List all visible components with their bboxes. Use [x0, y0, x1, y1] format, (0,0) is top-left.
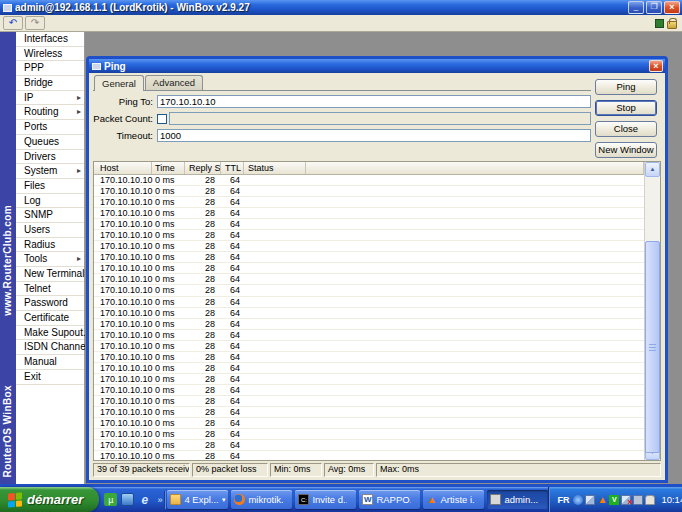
taskbar-button[interactable]: 4 Expl... ▾ — [167, 490, 228, 509]
table-row[interactable]: 170.10.10.10 0 ms 28 64 — [94, 407, 644, 418]
sidebar-item-label: New Terminal — [24, 268, 84, 279]
tab-advanced[interactable]: Advanced — [145, 75, 203, 90]
table-row[interactable]: 170.10.10.10 0 ms 28 64 — [94, 219, 644, 230]
sidebar-item[interactable]: Queues ▸ — [16, 135, 84, 150]
ping-to-input[interactable] — [157, 95, 591, 108]
sidebar-item[interactable]: SNMP ▸ — [16, 208, 84, 223]
antivirus-icon[interactable] — [609, 495, 619, 505]
ping-dialog-titlebar[interactable]: Ping × — [89, 59, 665, 73]
sidebar-item[interactable]: New Terminal ▸ — [16, 267, 84, 282]
scrollbar-track[interactable] — [645, 177, 660, 445]
minimize-button[interactable]: _ — [628, 1, 644, 14]
table-row[interactable]: 170.10.10.10 0 ms 28 64 — [94, 175, 644, 186]
network-offline-icon[interactable] — [621, 495, 631, 505]
sidebar-item[interactable]: Wireless ▸ — [16, 47, 84, 62]
scrollbar-thumb[interactable] — [645, 241, 660, 453]
column-header-ttl[interactable]: TTL — [221, 162, 244, 174]
table-row[interactable]: 170.10.10.10 0 ms 28 64 — [94, 363, 644, 374]
column-header-time[interactable]: Time — [152, 162, 185, 174]
taskbar-button[interactable]: mikrotik... ▾ — [231, 490, 292, 509]
table-row[interactable]: 170.10.10.10 0 ms 28 64 — [94, 440, 644, 451]
sidebar-item[interactable]: Telnet ▸ — [16, 282, 84, 297]
table-row[interactable]: 170.10.10.10 0 ms 28 64 — [94, 385, 644, 396]
usb-device-icon[interactable] — [633, 495, 643, 505]
table-row[interactable]: 170.10.10.10 0 ms 28 64 — [94, 341, 644, 352]
messenger-icon[interactable] — [121, 493, 134, 506]
table-row[interactable]: 170.10.10.10 0 ms 28 64 — [94, 374, 644, 385]
undo-button[interactable]: ↶ — [3, 16, 23, 30]
submenu-arrow-icon: ▸ — [77, 91, 81, 106]
sidebar-item[interactable]: Users ▸ — [16, 223, 84, 238]
table-row[interactable]: 170.10.10.10 0 ms 28 64 — [94, 285, 644, 296]
sidebar-item[interactable]: Ports ▸ — [16, 120, 84, 135]
table-row[interactable]: 170.10.10.10 0 ms 28 64 — [94, 263, 644, 274]
network-icon[interactable] — [585, 495, 595, 505]
sidebar-item[interactable]: Make Supout.rif ▸ — [16, 326, 84, 341]
vlc-icon[interactable] — [597, 495, 607, 505]
taskbar-button[interactable]: Invite d... ▾ — [295, 490, 356, 509]
table-row[interactable]: 170.10.10.10 0 ms 28 64 — [94, 197, 644, 208]
table-row[interactable]: 170.10.10.10 0 ms 28 64 — [94, 396, 644, 407]
sidebar-item[interactable]: Routing ▸ — [16, 105, 84, 120]
sidebar-item[interactable]: System ▸ — [16, 164, 84, 179]
table-row[interactable]: 170.10.10.10 0 ms 28 64 — [94, 208, 644, 219]
sidebar-item[interactable]: Manual ▸ — [16, 355, 84, 370]
table-row[interactable]: 170.10.10.10 0 ms 28 64 — [94, 308, 644, 319]
sidebar-item[interactable]: Drivers ▸ — [16, 150, 84, 165]
sidebar-item[interactable]: IP ▸ — [16, 91, 84, 106]
sidebar-item[interactable]: Certificate ▸ — [16, 311, 84, 326]
column-header-host[interactable]: Host — [94, 162, 152, 174]
packet-count-checkbox[interactable] — [157, 114, 167, 124]
stop-button[interactable]: Stop — [595, 100, 657, 116]
windows-update-icon[interactable] — [573, 495, 583, 505]
sidebar-item[interactable]: Password ▸ — [16, 296, 84, 311]
table-row[interactable]: 170.10.10.10 0 ms 28 64 — [94, 319, 644, 330]
input-device-icon[interactable] — [645, 495, 655, 505]
vertical-scrollbar[interactable]: ▲ ▼ — [644, 162, 660, 460]
table-row[interactable]: 170.10.10.10 0 ms 28 64 — [94, 252, 644, 263]
taskbar-clock[interactable]: 10:14 — [657, 494, 682, 505]
table-row[interactable]: 170.10.10.10 0 ms 28 64 — [94, 274, 644, 285]
tab-general[interactable]: General — [94, 75, 144, 91]
table-row[interactable]: 170.10.10.10 0 ms 28 64 — [94, 451, 644, 460]
column-header-status[interactable]: Status — [244, 162, 306, 174]
timeout-input[interactable] — [157, 129, 591, 142]
close-dialog-button[interactable]: Close — [595, 121, 657, 137]
table-row[interactable]: 170.10.10.10 0 ms 28 64 — [94, 297, 644, 308]
utorrent-icon[interactable] — [104, 493, 117, 506]
language-indicator[interactable]: FR — [557, 495, 571, 505]
vlc-icon — [426, 494, 437, 505]
column-header-reply-size[interactable]: Reply Size — [185, 162, 221, 174]
taskbar-button[interactable]: RAPPO... ▾ — [359, 490, 420, 509]
table-row[interactable]: 170.10.10.10 0 ms 28 64 — [94, 429, 644, 440]
sidebar-item[interactable]: Files ▸ — [16, 179, 84, 194]
taskbar-button[interactable]: admin... ▾ — [487, 490, 548, 509]
cell-host: 170.10.10.10 — [94, 319, 152, 329]
start-button[interactable]: démarrer — [0, 487, 99, 512]
cell-reply-size: 28 — [185, 451, 221, 460]
internet-explorer-icon[interactable] — [138, 493, 151, 506]
table-row[interactable]: 170.10.10.10 0 ms 28 64 — [94, 230, 644, 241]
table-row[interactable]: 170.10.10.10 0 ms 28 64 — [94, 186, 644, 197]
sidebar-item[interactable]: Log ▸ — [16, 194, 84, 209]
sidebar-item[interactable]: Tools ▸ — [16, 252, 84, 267]
taskbar-button[interactable]: Artiste i... ▾ — [423, 490, 484, 509]
table-row[interactable]: 170.10.10.10 0 ms 28 64 — [94, 241, 644, 252]
restore-button[interactable]: ❐ — [646, 1, 662, 14]
ping-button[interactable]: Ping — [595, 79, 657, 95]
scroll-up-icon[interactable]: ▲ — [645, 162, 660, 177]
table-row[interactable]: 170.10.10.10 0 ms 28 64 — [94, 330, 644, 341]
new-window-button[interactable]: New Window — [595, 142, 657, 158]
quick-launch-overflow-chevron[interactable]: » — [156, 495, 162, 505]
sidebar-item[interactable]: Radius ▸ — [16, 238, 84, 253]
table-row[interactable]: 170.10.10.10 0 ms 28 64 — [94, 418, 644, 429]
sidebar-item[interactable]: Interfaces ▸ — [16, 32, 84, 47]
ping-close-button[interactable]: × — [649, 60, 663, 72]
sidebar-item[interactable]: ISDN Channels ▸ — [16, 340, 84, 355]
table-row[interactable]: 170.10.10.10 0 ms 28 64 — [94, 352, 644, 363]
redo-button[interactable]: ↷ — [25, 16, 45, 30]
sidebar-item[interactable]: Bridge ▸ — [16, 76, 84, 91]
close-button[interactable]: × — [664, 1, 680, 14]
sidebar-item[interactable]: PPP ▸ — [16, 61, 84, 76]
sidebar-item[interactable]: Exit ▸ — [16, 370, 84, 385]
